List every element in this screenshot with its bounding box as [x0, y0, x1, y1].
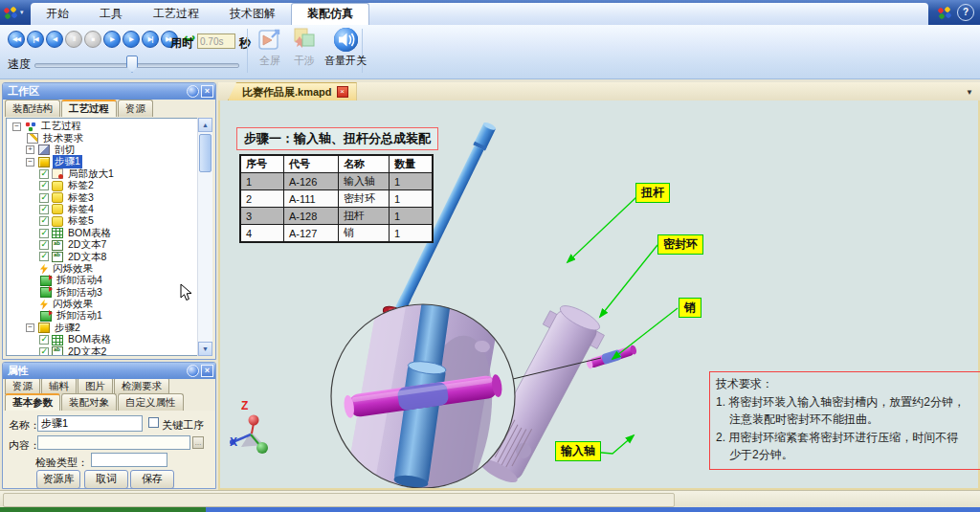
text2d-icon: [52, 240, 63, 251]
speed-slider-thumb[interactable]: [126, 56, 138, 73]
elapsed-time-input[interactable]: [197, 33, 235, 49]
volume-toggle-button[interactable]: 音量开关: [320, 27, 371, 68]
callout-seal-ring[interactable]: 密封环: [657, 234, 703, 255]
tree-item-11[interactable]: 2D文本8: [9, 251, 196, 262]
check-type-input[interactable]: [91, 453, 167, 467]
save-button[interactable]: 保存: [130, 470, 174, 489]
scroll-up-icon[interactable]: ▲: [198, 118, 212, 132]
workspace-tab-1[interactable]: 工艺过程: [61, 100, 117, 117]
tab-close-icon[interactable]: ×: [337, 86, 348, 98]
panel-close-icon[interactable]: ×: [201, 365, 213, 377]
tree-item-4[interactable]: 局部放大1: [9, 168, 196, 180]
play-button[interactable]: ▶: [103, 31, 121, 48]
tree-item-10[interactable]: 2D文本7: [9, 239, 196, 251]
tree-item-5[interactable]: 标签2: [9, 180, 196, 191]
tree-checkbox[interactable]: [39, 240, 49, 250]
pick-word-button[interactable]: 取词: [84, 470, 128, 489]
bom-header-cell: 数量: [390, 155, 434, 173]
name-input[interactable]: [37, 415, 143, 432]
browse-button[interactable]: …: [192, 436, 204, 449]
collapse-icon[interactable]: −: [26, 323, 34, 332]
properties-tab2-0[interactable]: 基本参数: [5, 393, 60, 411]
bom-table: 序号代号名称数量 1A-126输入轴12A-111密封环13A-128扭杆14A…: [239, 154, 434, 243]
interference-button[interactable]: 干涉: [285, 27, 323, 68]
tree-item-label[interactable]: 2D文本2: [66, 345, 108, 356]
bom-row: 1A-126输入轴1: [240, 173, 433, 190]
tree-item-7[interactable]: 标签4: [9, 204, 196, 215]
resource-library-button[interactable]: 资源库: [36, 470, 80, 489]
tree-item-16[interactable]: 拆卸活动1: [9, 310, 196, 322]
document-tab[interactable]: 比赛作品展.kmapd ×: [228, 82, 357, 100]
callout-torsion-bar[interactable]: 扭杆: [635, 183, 670, 203]
step-back-button[interactable]: ◀: [46, 31, 63, 48]
properties-tab-3[interactable]: 检测要求: [114, 377, 169, 394]
content-input[interactable]: [37, 435, 190, 450]
skip-end-button[interactable]: ▶|: [142, 31, 159, 48]
tree-item-6[interactable]: 标签3: [9, 191, 196, 203]
key-process-checkbox[interactable]: [148, 417, 159, 428]
bom-cell: 1: [390, 190, 434, 208]
callout-input-shaft[interactable]: 输入轴: [555, 441, 601, 461]
rewind-button[interactable]: ◀◀: [8, 31, 25, 48]
collapse-icon[interactable]: −: [26, 158, 34, 167]
scroll-down-icon[interactable]: ▼: [198, 342, 212, 356]
menu-tab-2[interactable]: 工艺过程: [138, 3, 214, 25]
properties-tab2-2[interactable]: 自定义属性: [118, 393, 184, 411]
tree-checkbox[interactable]: [39, 193, 49, 203]
properties-tab-1[interactable]: 辅料: [41, 377, 77, 394]
menu-tab-3[interactable]: 技术图解: [214, 3, 291, 25]
menu-tab-4[interactable]: 装配仿真: [291, 3, 369, 25]
help-button[interactable]: ?: [957, 4, 974, 21]
pin-model[interactable]: [586, 344, 638, 369]
tree-item-15[interactable]: 闪烁效果: [9, 299, 196, 310]
panel-rollup-icon[interactable]: [187, 85, 199, 98]
tree-item-12[interactable]: 闪烁效果: [9, 263, 196, 275]
app-menu-button[interactable]: ▾: [3, 3, 32, 22]
tree-checkbox[interactable]: [39, 252, 49, 261]
tree-checkbox[interactable]: [39, 216, 49, 226]
workspace-tab-0[interactable]: 装配结构: [5, 100, 60, 117]
viewport-3d[interactable]: 步骤一：输入轴、扭杆分总成装配 序号代号名称数量 1A-126输入轴12A-11…: [218, 100, 980, 490]
scrollbar-thumb[interactable]: [199, 134, 212, 172]
fullscreen-button[interactable]: 全屏: [251, 27, 289, 68]
tree-item-14[interactable]: 拆卸活动3: [9, 286, 196, 298]
menu-tab-0[interactable]: 开始: [31, 3, 84, 25]
workspace-tab-2[interactable]: 资源: [118, 100, 153, 117]
bom-cell: 扭杆: [339, 208, 390, 225]
pause-button[interactable]: ‖: [65, 31, 82, 48]
properties-tab-0[interactable]: 资源: [5, 377, 40, 394]
tab-list-dropdown-icon[interactable]: ▼: [966, 88, 973, 97]
stop-button[interactable]: ■: [84, 31, 101, 48]
panel-close-icon[interactable]: ×: [201, 85, 213, 98]
tree-item-0[interactable]: −工艺过程: [9, 121, 196, 132]
tree-checkbox[interactable]: [39, 335, 49, 345]
step-forward-button[interactable]: ▶: [122, 31, 140, 48]
properties-tab2-1[interactable]: 装配对象: [61, 393, 117, 411]
tree-item-17[interactable]: −步骤2: [9, 323, 196, 334]
tree-checkbox[interactable]: [39, 347, 49, 356]
tree-checkbox[interactable]: [39, 205, 49, 214]
tree-checkbox[interactable]: [39, 169, 49, 179]
tree-scrollbar[interactable]: ▲ ▼: [197, 118, 212, 356]
tree-item-1[interactable]: 技术要求: [9, 132, 196, 144]
elapsed-time-label: 用时: [170, 35, 193, 52]
panel-rollup-icon[interactable]: [187, 365, 199, 377]
expand-icon[interactable]: +: [26, 145, 34, 154]
tree-item-19[interactable]: 2D文本2: [9, 345, 196, 356]
tree-item-3[interactable]: −步骤1: [9, 156, 196, 167]
tree-item-18[interactable]: BOM表格: [9, 334, 196, 345]
bom-cell: A-127: [284, 225, 339, 243]
speaker-icon: [333, 27, 359, 53]
tree-checkbox[interactable]: [39, 181, 49, 190]
collapse-icon[interactable]: −: [12, 122, 21, 131]
tree-item-2[interactable]: +剖切: [9, 145, 196, 156]
axis-z-label: Z: [241, 399, 248, 412]
tree-item-8[interactable]: 标签5: [9, 215, 196, 227]
callout-pin[interactable]: 销: [679, 298, 702, 318]
menu-tab-1[interactable]: 工具: [84, 3, 138, 25]
tree-item-9[interactable]: BOM表格: [9, 228, 196, 239]
tree-checkbox[interactable]: [39, 229, 49, 238]
skip-start-button[interactable]: |◀: [27, 31, 44, 48]
properties-tab-2[interactable]: 图片: [78, 377, 113, 394]
tree-item-13[interactable]: 拆卸活动4: [9, 275, 196, 286]
